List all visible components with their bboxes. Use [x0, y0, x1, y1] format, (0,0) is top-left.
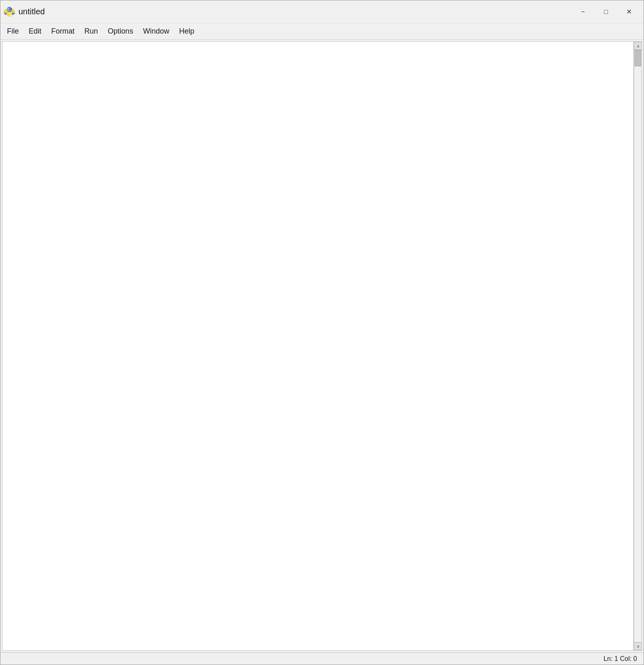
menu-edit[interactable]: Edit	[24, 25, 46, 37]
window-controls: − □ ✕	[571, 4, 640, 20]
menu-run[interactable]: Run	[79, 25, 103, 37]
menu-format[interactable]: Format	[46, 25, 79, 37]
scroll-up-button[interactable]: ∧	[634, 42, 642, 50]
menu-window[interactable]: Window	[138, 25, 174, 37]
menu-file[interactable]: File	[2, 25, 24, 37]
cursor-position: Ln: 1 Col: 0	[603, 655, 637, 663]
minimize-button[interactable]: −	[571, 4, 594, 20]
maximize-button[interactable]: □	[594, 4, 617, 20]
menu-bar: File Edit Format Run Options Window Help	[0, 23, 644, 40]
close-button[interactable]: ✕	[617, 4, 640, 20]
menu-options[interactable]: Options	[103, 25, 138, 37]
scroll-down-button[interactable]: ∨	[634, 642, 642, 650]
editor-area	[2, 41, 634, 651]
vertical-scrollbar: ∧ ∨	[634, 41, 642, 651]
status-bar: Ln: 1 Col: 0	[0, 652, 644, 665]
code-editor[interactable]	[2, 42, 633, 650]
main-window: untitled − □ ✕ File Edit Format Run Opti…	[0, 0, 644, 665]
scrollbar-thumb[interactable]	[635, 50, 641, 66]
scrollbar-track[interactable]	[634, 50, 642, 642]
svg-point-0	[8, 8, 9, 9]
app-icon	[4, 6, 15, 18]
menu-help[interactable]: Help	[174, 25, 199, 37]
window-title: untitled	[18, 7, 571, 16]
main-area: ∧ ∨	[0, 40, 644, 652]
title-bar: untitled − □ ✕	[0, 0, 644, 23]
svg-point-1	[10, 14, 11, 16]
